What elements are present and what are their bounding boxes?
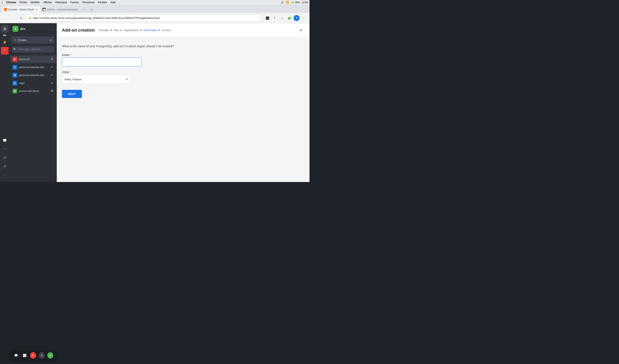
rail-dots-icon[interactable]: ⋯ <box>1 171 9 179</box>
name-label: NAME:* <box>62 54 304 56</box>
rail-settings-icon[interactable]: ⚙ <box>1 154 9 161</box>
name-input[interactable] <box>62 57 141 67</box>
breadcrumb-plan[interactable]: Plan <box>114 28 119 32</box>
search-box[interactable]: 🔍 <box>12 46 54 53</box>
breadcrumb-invoice[interactable]: Invoice <box>162 28 171 32</box>
svg-marker-1 <box>51 66 53 68</box>
svg-marker-2 <box>51 74 53 76</box>
chrome-tabbar: CC Console · Clever Cloud ✕ ⬤ GitHub - v… <box>0 5 310 13</box>
next-button[interactable]: NEXT <box>62 90 82 98</box>
sidebar-item-regis[interactable]: Rregis <box>10 79 56 87</box>
breadcrumb-provider[interactable]: Provider <box>99 28 109 32</box>
breadcrumb-information[interactable]: Information <box>143 28 157 32</box>
zone-required: * <box>70 71 71 73</box>
app-name-demo-drf: demo-drf <box>19 58 49 61</box>
app-icon-personal-website-back-2: W <box>13 73 17 78</box>
chrome-addressbar: ← → ↻ 🔒 https://console.clever-cloud.com… <box>0 13 310 23</box>
create-label: Create... <box>18 39 28 42</box>
breadcrumb-sep-1: ▶ <box>111 28 113 32</box>
address-bar[interactable]: 🔒 https://console.clever-cloud.com/organ… <box>26 15 261 21</box>
sidebar-item-personal-website-back-2[interactable]: Wpersonal-website-backe... <box>10 71 56 79</box>
form-subtitle: What is the name of your PostgreSQL add-… <box>62 44 304 49</box>
sidebar-item-wemos-led-demo[interactable]: Wwemos led demo <box>10 87 56 95</box>
zone-select[interactable]: Paris, FranceMontreal, CanadaRoubaix, Fr… <box>62 75 131 84</box>
app-status-personal-website-back-2 <box>50 73 54 77</box>
apple-menu[interactable]:  <box>2 1 3 4</box>
tab-close-console[interactable]: ✕ <box>35 8 38 11</box>
breadcrumb-applications[interactable]: Applications <box>124 28 139 32</box>
org-name: dev <box>20 27 25 30</box>
sidebar-apps-list: Ddemo-drfPpersonal-website-backe...Wpers… <box>9 54 56 182</box>
clock: 12:00 <box>302 1 308 4</box>
mic-icon: 🎤 <box>281 1 284 4</box>
reload-button[interactable]: ↻ <box>18 15 24 21</box>
bookmark-icon[interactable]: ☆ <box>279 15 285 21</box>
sidebar-header: d dev <box>9 23 56 35</box>
breadcrumb-sep-4: ▶ <box>159 28 161 32</box>
app-icon-personal-website-back-1: P <box>13 65 17 70</box>
icon-rail: ⊞ Me ⚡ ! 💬 ✓ ⚙ ⚙ ⋯ <box>0 23 9 182</box>
app-name-personal-website-back-2: personal-website-backe... <box>19 74 48 77</box>
menu-personnes[interactable]: Personnes <box>82 1 95 4</box>
menu-chrome[interactable]: Chrome <box>6 1 16 4</box>
tab-favicon-github: ⬤ <box>42 8 46 11</box>
form-content: What is the name of your PostgreSQL add-… <box>57 37 310 182</box>
tab-favicon-console: CC <box>4 8 7 11</box>
zone-select-wrapper: Paris, FranceMontreal, CanadaRoubaix, Fr… <box>62 75 131 84</box>
menu-afficher[interactable]: Afficher <box>43 1 52 4</box>
name-required: * <box>71 54 72 56</box>
lock-icon: 🔒 <box>28 16 32 19</box>
tab-console[interactable]: CC Console · Clever Cloud ✕ <box>2 6 40 13</box>
wifi-icon: 📶 <box>286 1 289 4</box>
menu-aide[interactable]: Aide <box>111 1 116 4</box>
org-icon: d <box>13 26 18 32</box>
menu-button[interactable]: ⋮ <box>301 15 307 21</box>
sidebar-item-personal-website-back-1[interactable]: Ppersonal-website-backe... <box>10 63 56 71</box>
translate-icon[interactable]: T <box>272 15 278 21</box>
menu-fenetre[interactable]: Fenêtre <box>98 1 107 4</box>
svg-rect-4 <box>51 90 53 92</box>
rail-chat-icon[interactable]: 💬 <box>1 137 9 144</box>
rail-bolt-icon[interactable]: ⚡ <box>1 38 9 46</box>
app-container: ⊞ Me ⚡ ! 💬 ✓ ⚙ ⚙ ⋯ d dev + Create... ▶ 🔍… <box>0 23 310 182</box>
address-url: https://console.clever-cloud.com/organis… <box>33 16 258 20</box>
battery-icon: 🔋 49% <box>291 1 300 4</box>
app-status-wemos-led-demo <box>51 89 54 93</box>
app-icon-regis: R <box>13 81 17 85</box>
zone-form-group: ZONE:* Paris, FranceMontreal, CanadaRoub… <box>62 71 304 84</box>
name-form-group: NAME:* <box>62 54 304 67</box>
back-button[interactable]: ← <box>2 15 9 21</box>
sidebar: d dev + Create... ▶ 🔍 Ddemo-drfPpersonal… <box>9 23 57 182</box>
plus-icon: + <box>14 38 16 42</box>
extension-icon[interactable]: 🧩 <box>286 15 292 21</box>
rail-me-label[interactable]: Me <box>3 34 6 37</box>
breadcrumb-sep-2: ▶ <box>121 28 123 32</box>
zone-label: ZONE:* <box>62 71 304 73</box>
page-header: Add-on creation Provider ▶ Plan ▶ Applic… <box>57 23 310 37</box>
breadcrumb-sep-3: ▶ <box>140 28 142 32</box>
new-tab-button[interactable]: + <box>88 7 95 13</box>
create-button[interactable]: + Create... ▶ <box>12 36 54 44</box>
rail-check-icon[interactable]: ✓ <box>1 145 9 153</box>
forward-button[interactable]: → <box>10 15 16 21</box>
cast-icon[interactable]: ⬛ <box>264 15 270 21</box>
svg-rect-0 <box>51 58 53 60</box>
search-input[interactable] <box>18 48 53 51</box>
app-name-personal-website-back-1: personal-website-backe... <box>19 66 48 69</box>
app-status-personal-website-back-1 <box>50 65 54 70</box>
menu-fichier[interactable]: Fichier <box>19 1 27 4</box>
header-action-button[interactable]: ⧉ <box>297 27 304 33</box>
tab-github[interactable]: ⬤ GitHub - vvenance/personal-w... ✕ <box>40 6 88 13</box>
app-icon-wemos-led-demo: W <box>13 89 17 94</box>
macos-menubar:  Chrome Fichier Modifier Afficher Histo… <box>0 0 310 5</box>
rail-user-icon[interactable]: ⚙ <box>1 162 9 170</box>
rail-apps-icon[interactable]: ⊞ <box>1 25 9 33</box>
profile-button[interactable]: V <box>294 15 300 21</box>
menu-modifier[interactable]: Modifier <box>30 1 40 4</box>
menu-historique[interactable]: Historique <box>56 1 67 4</box>
sidebar-item-demo-drf[interactable]: Ddemo-drf <box>10 56 56 63</box>
rail-alert-icon[interactable]: ! <box>1 47 9 55</box>
menu-favoris[interactable]: Favoris <box>70 1 79 4</box>
tab-close-github[interactable]: ✕ <box>82 8 85 11</box>
app-icon-demo-drf: D <box>13 57 17 62</box>
